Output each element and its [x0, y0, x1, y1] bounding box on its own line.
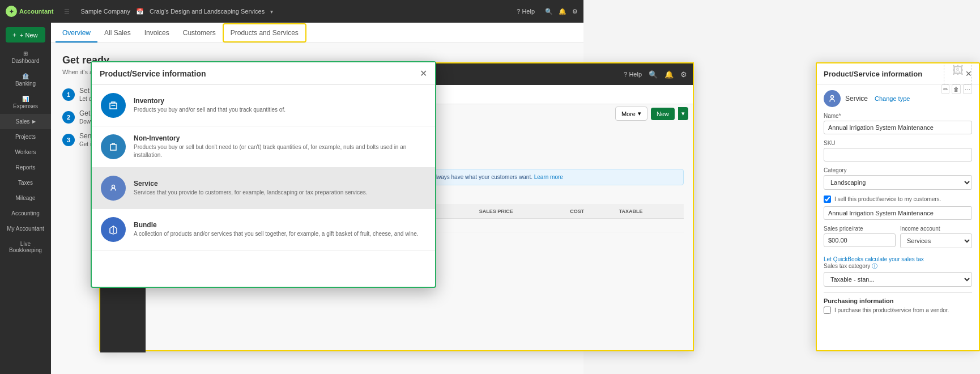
- non-inventory-icon: [101, 134, 126, 159]
- ps-item-bundle[interactable]: Bundle A collection of products and/or s…: [92, 209, 435, 250]
- mid-search-icon[interactable]: 🔍: [649, 70, 658, 79]
- ps-item-non-inventory[interactable]: Non-Inventory Products you buy or sell b…: [92, 126, 435, 168]
- rp-name-input[interactable]: [824, 121, 972, 134]
- sales-tax-info-icon: ⓘ: [872, 263, 877, 269]
- service-type-desc: Services that you provide to customers, …: [134, 189, 426, 197]
- sidebar-item-projects[interactable]: Projects: [0, 129, 51, 144]
- bg-service-dropdown[interactable]: ▾: [270, 8, 273, 15]
- bg-tab-products-services[interactable]: Products and Services: [223, 23, 306, 42]
- rp-sales-price-input[interactable]: [824, 233, 896, 247]
- bg-logo-icon: ✦: [6, 6, 17, 17]
- bg-tab-overview[interactable]: Overview: [56, 24, 97, 42]
- bg-tab-all-sales[interactable]: All Sales: [97, 24, 138, 42]
- bg-tab-invoices[interactable]: Invoices: [138, 24, 176, 42]
- rp-purchase-label: I purchase this product/service from a v…: [834, 307, 949, 313]
- rp-name-field: Name*: [824, 113, 972, 134]
- bg-company: Sample Company: [81, 8, 130, 15]
- rp-image-container: 🖼 ✏ 🗑 ⋯: [941, 90, 972, 94]
- bg-calendar-icon: 📅: [136, 8, 144, 15]
- ps-item-service[interactable]: Service Services that you provide to cus…: [92, 168, 435, 209]
- more-chevron-icon: ▾: [638, 110, 641, 117]
- sidebar-item-live-bookkeeping[interactable]: Live Bookkeeping: [0, 236, 51, 258]
- sidebar-item-expenses[interactable]: 📊Expenses: [0, 91, 51, 114]
- rp-type-icon: [824, 90, 841, 107]
- rp-body: Service Change type 🖼 ✏ 🗑 ⋯ Name* SKU: [817, 84, 979, 323]
- rp-sales-tax-select[interactable]: Taxable - stan...: [824, 272, 972, 287]
- bg-search[interactable]: 🔍: [545, 8, 553, 15]
- col-taxable: TAXABLE: [615, 204, 684, 219]
- rp-purchasing-section: Purchasing information: [824, 292, 972, 304]
- rp-category-select[interactable]: Landscaping: [824, 175, 972, 190]
- sidebar-item-dashboard[interactable]: ⊞Dashboard: [0, 46, 51, 69]
- rp-description-field: [824, 206, 972, 220]
- bg-gear-icon[interactable]: ⚙: [572, 8, 578, 15]
- rp-category-field: Category Landscaping: [824, 167, 972, 190]
- mid-topright-buttons: More ▾ New ▾: [615, 107, 688, 121]
- sidebar-item-reports[interactable]: Reports: [0, 160, 51, 175]
- rp-income-account-select[interactable]: Services: [900, 233, 972, 248]
- sidebar-item-banking[interactable]: 🏦Banking: [0, 69, 51, 91]
- mid-gear-icon[interactable]: ⚙: [680, 70, 687, 79]
- col-cost: COST: [565, 204, 615, 219]
- step-3-icon: 3: [62, 134, 75, 146]
- rp-change-type-link[interactable]: Change type: [875, 95, 910, 102]
- bg-tab-customers[interactable]: Customers: [176, 24, 223, 42]
- inventory-type-desc: Products you buy and/or sell and that yo…: [134, 106, 426, 114]
- rp-description-input[interactable]: [824, 206, 972, 220]
- sales-arrow-icon: ▶: [32, 119, 36, 124]
- rp-close-button[interactable]: ✕: [965, 69, 972, 78]
- ps-dialog-title: Product/Service information: [100, 69, 206, 78]
- rp-purchase-checkbox[interactable]: [824, 307, 831, 314]
- rp-price-income-row: Sales price/rate Income account Services: [824, 226, 972, 254]
- rp-name-label: Name*: [824, 113, 972, 119]
- mid-more-button[interactable]: More ▾: [615, 107, 647, 121]
- non-inventory-type-desc: Products you buy or sell but don't need …: [134, 143, 426, 159]
- service-type-icon: [101, 176, 126, 201]
- bg-tabs: Overview All Sales Invoices Customers Pr…: [51, 23, 583, 43]
- bg-topbar: ✦ Accountant ☰ Sample Company 📅 Craig's …: [0, 0, 583, 23]
- sidebar-item-sales[interactable]: Sales ▶: [0, 114, 51, 129]
- mid-new-green-button[interactable]: New: [651, 108, 675, 120]
- sidebar-item-my-accountant[interactable]: My Accountant: [0, 221, 51, 236]
- svg-point-8: [831, 96, 834, 99]
- ps-close-button[interactable]: ✕: [420, 68, 427, 79]
- ps-dialog: Product/Service information ✕ Inventory …: [91, 61, 436, 288]
- rp-sku-input[interactable]: [824, 148, 972, 162]
- rp-title: Product/Service information: [824, 70, 922, 78]
- bundle-type-desc: A collection of products and/or services…: [134, 230, 426, 238]
- rp-type-text: Service: [845, 95, 868, 103]
- rp-sku-field: SKU: [824, 140, 972, 162]
- bg-logo: ✦ Accountant: [6, 6, 54, 17]
- bg-app-name: Accountant: [19, 8, 54, 15]
- col-sales-price: SALES PRICE: [475, 204, 566, 219]
- ps-item-inventory[interactable]: Inventory Products you buy and/or sell a…: [92, 85, 435, 126]
- sidebar-item-accounting[interactable]: Accounting: [0, 206, 51, 221]
- rp-income-account-field: Income account Services: [900, 226, 972, 248]
- rp-image-actions: ✏ 🗑 ⋯: [941, 84, 972, 94]
- bg-help: ? Help: [517, 8, 535, 15]
- svg-rect-4: [106, 140, 120, 154]
- rp-img-more[interactable]: ⋯: [963, 84, 972, 94]
- mid-new-dropdown[interactable]: ▾: [678, 107, 688, 120]
- rp-sku-label: SKU: [824, 140, 972, 146]
- hamburger-icon[interactable]: ☰: [64, 8, 70, 15]
- rp-img-edit[interactable]: ✏: [941, 84, 949, 94]
- rp-img-delete[interactable]: 🗑: [952, 84, 961, 94]
- rp-desc-checkbox-row: I sell this product/service to my custom…: [824, 196, 972, 203]
- sidebar-item-taxes[interactable]: Taxes: [0, 175, 51, 190]
- learn-more-link[interactable]: Learn more: [534, 174, 563, 180]
- rp-sales-price-field: Sales price/rate: [824, 226, 896, 248]
- inventory-type-label: Inventory: [134, 97, 426, 105]
- sidebar-item-workers[interactable]: Workers: [0, 144, 51, 160]
- non-inventory-type-label: Non-Inventory: [134, 134, 426, 142]
- rp-category-label: Category: [824, 167, 972, 173]
- rp-quickbooks-link[interactable]: Let QuickBooks calculate your sales tax: [824, 256, 972, 262]
- bundle-type-label: Bundle: [134, 221, 426, 229]
- right-panel: Product/Service information ✕ Service Ch…: [816, 62, 980, 351]
- sidebar-item-mileage[interactable]: Mileage: [0, 190, 51, 206]
- bg-new-button[interactable]: ＋+ New: [6, 27, 45, 42]
- rp-sell-checkbox[interactable]: [824, 196, 831, 203]
- question-icon: ?: [517, 8, 520, 15]
- bg-bell-icon: 🔔: [559, 8, 566, 15]
- rp-sell-label: I sell this product/service to my custom…: [834, 196, 941, 202]
